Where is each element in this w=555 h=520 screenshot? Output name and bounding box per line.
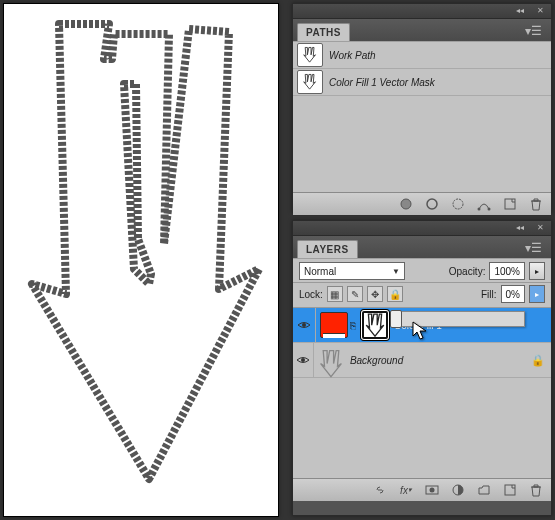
fx-icon[interactable]: fx▾ xyxy=(399,483,413,497)
paths-titlebar: ◂◂ ✕ xyxy=(293,4,551,19)
new-path-icon[interactable] xyxy=(503,197,517,211)
lock-pixels-icon[interactable]: ✎ xyxy=(347,286,363,302)
paths-tabs: PATHS ▾☰ xyxy=(293,19,551,42)
add-mask-icon[interactable] xyxy=(425,483,439,497)
fill-path-icon[interactable] xyxy=(399,197,413,211)
panel-menu-icon[interactable]: ▾☰ xyxy=(522,21,545,41)
svg-point-3 xyxy=(478,208,481,211)
layer-name[interactable]: Background xyxy=(350,355,403,366)
document-canvas[interactable] xyxy=(3,3,279,517)
layers-footer: fx▾ xyxy=(293,478,551,501)
lock-label: Lock: xyxy=(299,289,323,300)
opacity-input[interactable]: 100% xyxy=(489,262,525,280)
close-icon[interactable]: ✕ xyxy=(533,6,547,16)
paths-panel: ◂◂ ✕ PATHS ▾☰ Work Path Color Fill 1 Vec… xyxy=(292,3,552,213)
path-row[interactable]: Color Fill 1 Vector Mask xyxy=(293,69,551,96)
vector-mask-thumb[interactable] xyxy=(362,311,388,339)
collapse-icon[interactable]: ◂◂ xyxy=(513,6,527,16)
path-to-selection-icon[interactable] xyxy=(451,197,465,211)
opacity-value: 100% xyxy=(494,266,520,277)
path-row[interactable]: Work Path xyxy=(293,42,551,69)
layers-titlebar: ◂◂ ✕ xyxy=(293,221,551,236)
paths-footer xyxy=(293,192,551,215)
opacity-label: Opacity: xyxy=(449,266,486,277)
link-layers-icon[interactable] xyxy=(373,483,387,497)
lock-position-icon[interactable]: ✥ xyxy=(367,286,383,302)
fill-slider[interactable] xyxy=(393,311,525,327)
path-label: Work Path xyxy=(329,50,376,61)
layers-lock-row: Lock: ▦ ✎ ✥ 🔒 Fill: 0% ▸ xyxy=(293,283,551,308)
fill-value: 0% xyxy=(506,289,520,300)
svg-point-7 xyxy=(301,358,305,362)
svg-point-9 xyxy=(430,488,435,493)
svg-point-4 xyxy=(488,208,491,211)
path-thumb-icon xyxy=(297,70,323,94)
trash-icon[interactable] xyxy=(529,197,543,211)
layer-color-swatch xyxy=(320,312,348,338)
layer-row[interactable]: Background 🔒 xyxy=(293,343,551,378)
fill-label: Fill: xyxy=(481,289,497,300)
new-layer-icon[interactable] xyxy=(503,483,517,497)
path-label: Color Fill 1 Vector Mask xyxy=(329,77,435,88)
svg-point-1 xyxy=(427,199,437,209)
stroke-path-icon[interactable] xyxy=(425,197,439,211)
mask-link-icon[interactable]: ⎘ xyxy=(348,320,358,331)
svg-point-2 xyxy=(453,199,463,209)
make-path-icon[interactable] xyxy=(477,197,491,211)
paths-list: Work Path Color Fill 1 Vector Mask xyxy=(293,42,551,192)
svg-point-0 xyxy=(401,199,411,209)
opacity-stepper[interactable]: ▸ xyxy=(529,262,545,280)
layers-tabs: LAYERS ▾☰ xyxy=(293,236,551,259)
path-thumb-icon xyxy=(297,43,323,67)
trash-icon[interactable] xyxy=(529,483,543,497)
layer-thumb xyxy=(318,348,344,372)
tab-layers[interactable]: LAYERS xyxy=(297,240,358,258)
svg-rect-11 xyxy=(505,485,515,495)
layers-panel: ◂◂ ✕ LAYERS ▾☰ Normal ▼ Opacity: 100% ▸ … xyxy=(292,220,552,516)
panel-menu-icon[interactable]: ▾☰ xyxy=(522,238,545,258)
group-icon[interactable] xyxy=(477,483,491,497)
chevron-down-icon: ▼ xyxy=(392,267,400,276)
fill-input[interactable]: 0% xyxy=(501,285,525,303)
lock-transparent-icon[interactable]: ▦ xyxy=(327,286,343,302)
collapse-icon[interactable]: ◂◂ xyxy=(513,223,527,233)
arrow-artwork xyxy=(4,4,278,516)
fill-stepper[interactable]: ▸ xyxy=(529,285,545,303)
lock-all-icon[interactable]: 🔒 xyxy=(387,286,403,302)
blend-mode-value: Normal xyxy=(304,266,336,277)
visibility-toggle-icon[interactable] xyxy=(295,352,311,368)
layers-list: ⎘ Color Fill 1 Background 🔒 xyxy=(293,308,551,478)
lock-icon: 🔒 xyxy=(531,354,545,367)
svg-rect-5 xyxy=(505,199,515,209)
layers-blend-row: Normal ▼ Opacity: 100% ▸ xyxy=(293,259,551,283)
visibility-toggle-icon[interactable] xyxy=(296,317,312,333)
adjustment-layer-icon[interactable] xyxy=(451,483,465,497)
fill-slider-knob[interactable] xyxy=(390,310,402,328)
blend-mode-select[interactable]: Normal ▼ xyxy=(299,262,405,280)
svg-point-6 xyxy=(302,323,306,327)
tab-paths[interactable]: PATHS xyxy=(297,23,350,41)
close-icon[interactable]: ✕ xyxy=(533,223,547,233)
